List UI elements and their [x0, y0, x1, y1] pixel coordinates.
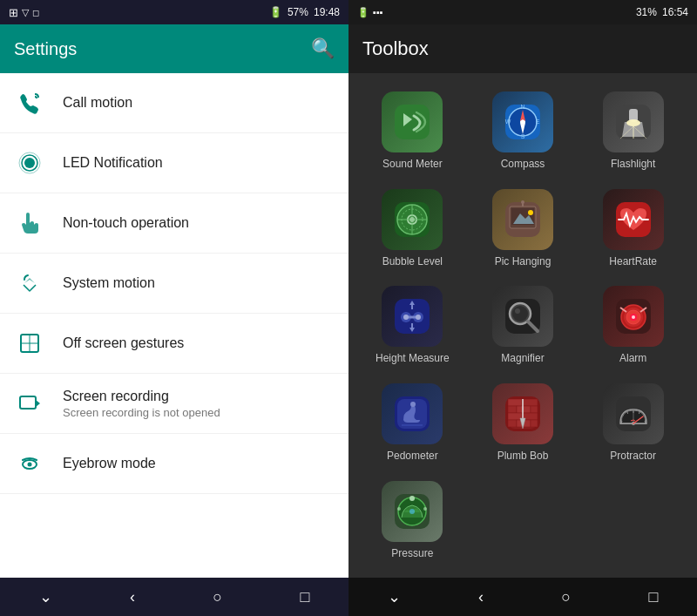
protractor-icon: [603, 383, 664, 444]
svg-point-98: [409, 509, 415, 514]
tool-pedometer[interactable]: Pedometer: [357, 374, 468, 471]
screenrecording-content: Screen recording Screen recording is not…: [63, 389, 220, 419]
toolbox-header: Toolbox: [348, 24, 697, 73]
sound-meter-icon: [382, 91, 443, 152]
led-icon: [14, 147, 45, 179]
svg-line-90: [639, 411, 639, 414]
status-bar-right-info-left: 🔋 57% 19:48: [269, 6, 340, 18]
tool-magnifier[interactable]: Magnifier: [468, 277, 579, 375]
status-bar-left: ⊞ ▽ ◻ 🔋 57% 19:48: [0, 0, 348, 24]
eyebrow-content: Eyebrow mode: [63, 456, 156, 471]
svg-rect-81: [531, 420, 538, 427]
svg-text:S: S: [521, 133, 525, 139]
nav-recent-right[interactable]: □: [631, 581, 675, 613]
pedometer-label: Pedometer: [387, 450, 438, 462]
time-right: 16:54: [662, 6, 688, 18]
pressure-icon: [382, 481, 443, 542]
offscreen-title: Off screen gestures: [63, 335, 184, 351]
nav-home-right[interactable]: ○: [544, 581, 588, 613]
settings-item-screenrecording[interactable]: Screen recording Screen recording is not…: [0, 374, 348, 434]
nav-recent-left[interactable]: □: [282, 581, 327, 613]
flashlight-label: Flashlight: [611, 158, 655, 170]
nav-down-right[interactable]: ⌄: [370, 580, 418, 613]
settings-title: Settings: [14, 39, 77, 59]
tool-plumb-bob[interactable]: Plumb Bob: [468, 374, 579, 471]
tool-alarm[interactable]: Alarm: [578, 277, 688, 375]
svg-point-47: [403, 315, 409, 320]
settings-item-eyebrow[interactable]: Eyebrow mode: [0, 434, 348, 494]
tool-compass[interactable]: N S W E Compass: [468, 82, 579, 179]
svg-point-9: [28, 463, 32, 467]
settings-item-nontouch[interactable]: Non-touch operation: [0, 193, 348, 254]
nontouch-title: Non-touch operation: [63, 215, 189, 231]
svg-point-41: [521, 200, 524, 204]
battery-icon-right: 🔋: [357, 7, 369, 18]
tool-flashlight[interactable]: Flashlight: [578, 82, 688, 179]
toolbox-grid: Sound Meter N S W E: [348, 73, 697, 578]
plumb-bob-label: Plumb Bob: [497, 450, 549, 462]
settings-item-led[interactable]: LED Notification: [0, 133, 348, 193]
settings-item-call-motion[interactable]: Call motion: [0, 73, 348, 133]
settings-item-offscreen[interactable]: Off screen gestures: [0, 314, 348, 374]
time-left: 19:48: [314, 6, 340, 18]
compass-icon: N S W E: [492, 91, 553, 152]
magnifier-icon: [492, 286, 553, 347]
svg-point-63: [632, 315, 635, 319]
svg-point-55: [512, 306, 528, 322]
pedometer-icon: [382, 383, 443, 444]
svg-rect-6: [20, 396, 36, 409]
bubble-level-icon: [382, 189, 443, 250]
status-bar-right-left: 🔋 ▪▪▪: [357, 7, 383, 18]
battery-icon: 🔋: [269, 6, 282, 18]
led-content: LED Notification: [63, 155, 163, 171]
svg-point-97: [423, 507, 427, 511]
battery-percent-left: 57%: [288, 6, 308, 18]
settings-list: Call motion LED Notification: [0, 73, 348, 578]
plumb-bob-icon: [492, 383, 553, 444]
tool-pic-hanging[interactable]: Pic Hanging: [468, 179, 579, 277]
offscreen-icon: [14, 328, 45, 359]
compass-label: Compass: [501, 158, 545, 170]
svg-rect-79: [508, 420, 517, 427]
system-title: System motion: [63, 275, 155, 291]
tool-bubble-level[interactable]: Bubble Level: [357, 179, 468, 277]
svg-point-24: [626, 119, 640, 126]
svg-rect-75: [517, 406, 531, 413]
toolbox-panel: 🔋 ▪▪▪ 31% 16:54 Toolbox: [348, 0, 697, 616]
status-right-info: 31% 16:54: [636, 6, 688, 18]
svg-point-48: [416, 315, 421, 320]
svg-line-88: [627, 411, 628, 414]
alarm-icon: [603, 286, 664, 347]
settings-header: Settings 🔍: [0, 24, 348, 73]
battery-percent-right: 31%: [636, 6, 657, 18]
search-button[interactable]: 🔍: [311, 37, 335, 60]
nav-back-left[interactable]: ‹: [112, 581, 152, 613]
tool-pressure[interactable]: Pressure: [357, 471, 468, 569]
app-icon-left: ⊞: [9, 6, 18, 19]
eyebrow-title: Eyebrow mode: [63, 456, 156, 471]
settings-panel: ⊞ ▽ ◻ 🔋 57% 19:48 Settings 🔍: [0, 0, 348, 616]
system-content: System motion: [63, 275, 155, 291]
call-motion-title: Call motion: [63, 95, 132, 111]
tool-heartrate[interactable]: HeartRate: [578, 179, 688, 277]
pic-hanging-icon: [492, 189, 553, 250]
status-bar-right: 🔋 ▪▪▪ 31% 16:54: [348, 0, 697, 24]
toolbox-title: Toolbox: [362, 37, 429, 60]
nav-home-left[interactable]: ○: [195, 581, 240, 613]
screenrecording-subtitle: Screen recording is not opened: [63, 406, 220, 419]
tool-protractor[interactable]: Protractor: [578, 374, 688, 471]
tool-sound-meter[interactable]: Sound Meter: [357, 82, 468, 179]
nav-down-left[interactable]: ⌄: [22, 580, 70, 613]
tool-height-measure[interactable]: Height Measure: [357, 277, 468, 375]
settings-item-system[interactable]: System motion: [0, 254, 348, 314]
screenrecording-icon: [14, 388, 45, 419]
nav-bar-left: ⌄ ‹ ○ □: [0, 578, 348, 616]
nontouch-icon: [14, 207, 45, 239]
svg-rect-74: [508, 406, 517, 413]
nav-back-right[interactable]: ‹: [461, 581, 501, 613]
pressure-label: Pressure: [391, 547, 433, 559]
svg-point-0: [24, 158, 35, 168]
svg-text:N: N: [520, 104, 524, 110]
sound-meter-label: Sound Meter: [382, 158, 443, 170]
magnifier-label: Magnifier: [501, 352, 544, 364]
